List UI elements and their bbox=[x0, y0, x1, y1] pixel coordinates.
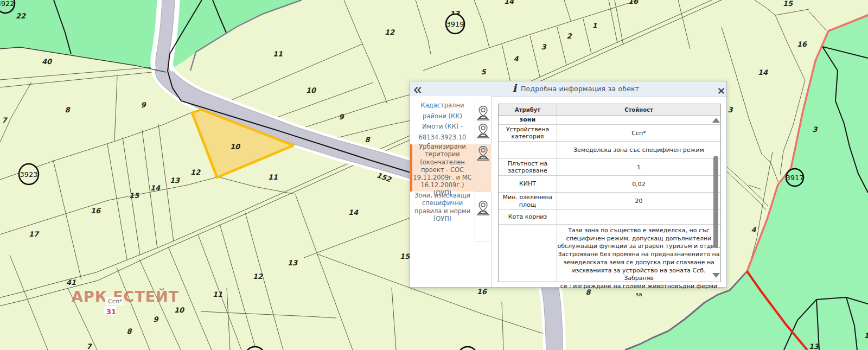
parcel-number: 17 bbox=[29, 230, 40, 238]
parcel-number: 2 bbox=[566, 32, 572, 40]
close-panel-button[interactable] bbox=[718, 86, 724, 92]
parcel-number: 15 bbox=[129, 192, 139, 200]
table-row: Устройствена категория Ссп* bbox=[499, 125, 720, 142]
parcel-number: 4 bbox=[513, 55, 519, 63]
table-row: Плътност на застрояване 1 bbox=[499, 159, 720, 176]
column-header-attribute: Атрибут bbox=[499, 104, 557, 116]
parcel-number: 13 bbox=[809, 342, 819, 350]
table-row: Мин. озеленена площ 20 bbox=[499, 193, 720, 210]
object-info-panel: i Подробна информация за обект Кадастрал… bbox=[410, 81, 727, 288]
watermark: АРК ЕСТЕЙТ bbox=[72, 288, 179, 305]
parcel-number: 11 bbox=[213, 290, 222, 298]
parcel-number: 5 bbox=[481, 68, 486, 76]
info-icon: i bbox=[513, 83, 516, 93]
region-number: 3919 bbox=[446, 20, 464, 28]
double-chevron-left-icon bbox=[414, 87, 422, 93]
ssp-label: Ссп* bbox=[108, 298, 123, 305]
region-number: 3922 bbox=[0, 0, 15, 8]
sidebar-item-separator bbox=[475, 192, 492, 192]
parcel-number: 3 bbox=[541, 43, 546, 51]
parcel-number: 13 bbox=[170, 176, 180, 184]
panel-title-area: i Подробна информация за обект bbox=[425, 81, 726, 96]
parcel-number: 16 bbox=[477, 288, 488, 296]
parcel-number: 10 bbox=[306, 86, 317, 94]
table-row: зони bbox=[499, 116, 720, 125]
parcel-number: 11 bbox=[273, 50, 283, 58]
parcel-number: 3 bbox=[812, 125, 818, 133]
map-pin-icon bbox=[476, 145, 490, 161]
parcel-number: 10 bbox=[174, 306, 185, 314]
parcel-number: 15 bbox=[400, 252, 410, 260]
panel-title: Подробна информация за обект bbox=[521, 85, 639, 93]
sidebar-item-separator bbox=[475, 241, 492, 241]
parcel-number: 41 bbox=[66, 278, 76, 287]
parcel-number: 12 bbox=[253, 272, 263, 281]
parcel-number: 14 bbox=[504, 0, 514, 5]
map-pin-icon bbox=[476, 200, 490, 216]
parcel-number: 1 bbox=[864, 332, 868, 340]
sidebar-icon-divider bbox=[475, 99, 475, 241]
table-row: Земеделска зона със специфичен режим bbox=[499, 142, 720, 159]
scroll-down-arrow-icon[interactable] bbox=[712, 273, 720, 278]
table-row: Кота корниз bbox=[499, 210, 720, 225]
scrollbar-thumb[interactable] bbox=[713, 156, 718, 248]
parcel-number: 10 bbox=[230, 143, 241, 151]
parcel-number: 13 bbox=[288, 259, 298, 267]
sidebar-item-separator bbox=[475, 144, 492, 145]
region-number: 3917 bbox=[786, 174, 803, 182]
table-scrollbar[interactable] bbox=[711, 116, 720, 282]
parcel-number: 12 bbox=[190, 168, 201, 176]
parcel-number: 16 bbox=[797, 40, 808, 48]
panel-header: i Подробна информация за обект bbox=[410, 81, 726, 97]
parcel-number: 22 bbox=[16, 12, 26, 20]
parcel-number: 14 bbox=[150, 184, 161, 192]
map-pin-icon bbox=[476, 105, 490, 121]
parcel-number: 16 bbox=[628, 0, 639, 5]
column-header-value: Стойност bbox=[557, 104, 720, 116]
attributes-table: Атрибут Стойност зони Устройствена катег… bbox=[498, 104, 721, 282]
parcel-number: 15 bbox=[783, 0, 793, 8]
red-number-label: 31 bbox=[106, 308, 116, 316]
parcel-number: 3 bbox=[727, 106, 733, 114]
parcel-number: 1 bbox=[592, 22, 597, 30]
collapse-panel-button[interactable] bbox=[414, 85, 422, 92]
map-pin-icon bbox=[476, 123, 490, 139]
parcel-number: 14 bbox=[348, 208, 359, 217]
map-application: 2240789111098121314165432110121314151617… bbox=[0, 0, 868, 350]
parcel-number: 11 bbox=[268, 173, 278, 181]
table-row: КИНТ 0,02 bbox=[499, 176, 720, 193]
parcel-number: 12 bbox=[385, 28, 395, 36]
parcel-number: 4 bbox=[751, 226, 756, 234]
table-row: Тази зона по същество е земеделска, но с… bbox=[499, 225, 720, 282]
parcel-number: 14 bbox=[758, 68, 768, 77]
region-number: 3923 bbox=[20, 170, 37, 179]
close-x-icon bbox=[718, 88, 724, 94]
scroll-up-arrow-icon[interactable] bbox=[712, 118, 720, 123]
parcel-number: 16 bbox=[91, 207, 101, 215]
layer-list-sidebar: Кадастрални райони (КК) Имоти (КК) - 681… bbox=[410, 96, 492, 287]
parcel-number: 40 bbox=[42, 58, 53, 66]
